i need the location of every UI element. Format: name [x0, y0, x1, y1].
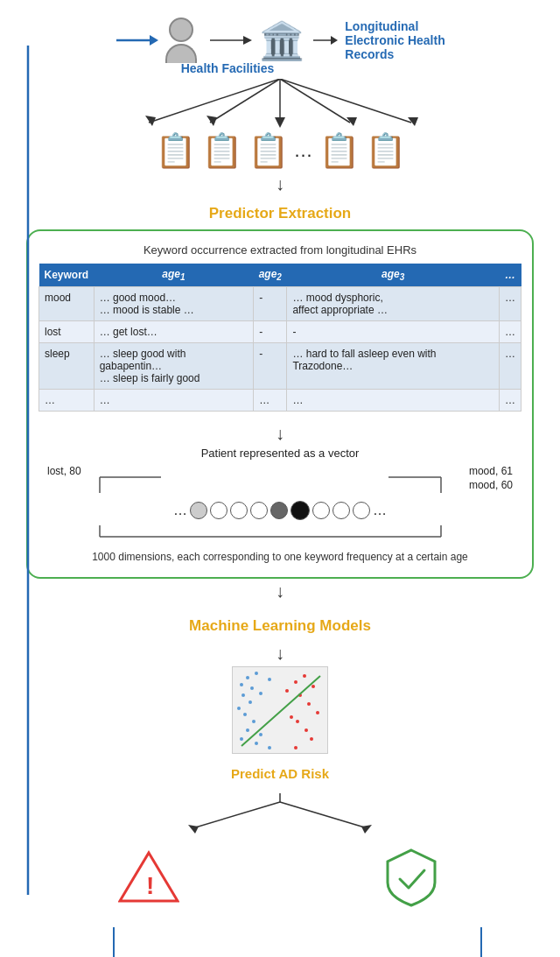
svg-marker-27	[188, 825, 199, 834]
ehr-arrow	[312, 23, 338, 58]
cell-kw-etc: …	[39, 390, 94, 412]
clipboard-2: 📋	[201, 131, 242, 170]
predictor-title: Predictor Extraction	[18, 205, 542, 222]
circle-3	[230, 502, 248, 519]
cell-mood-age3: … mood dysphoric,affect appropriate …	[287, 287, 500, 321]
table-row: … … … … …	[39, 390, 522, 412]
bottom-icons: !	[18, 846, 542, 910]
svg-marker-4	[243, 36, 252, 45]
svg-marker-29	[361, 825, 372, 834]
cell-kw-mood: mood	[39, 287, 94, 321]
table-row: sleep … sleep good with gabapentin…… sle…	[39, 343, 522, 390]
bracket-svg	[47, 468, 513, 495]
th-dots: …	[499, 264, 521, 287]
decision-boundary	[233, 667, 328, 754]
main-diagram: 🏛️ Longitudinal Electronic Health Record…	[0, 0, 560, 957]
longitudinal-label: Longitudinal	[345, 19, 444, 33]
circle-7	[312, 502, 330, 519]
green-box: Keyword occurrence extracted from longit…	[26, 229, 534, 579]
health-facilities-label: Health Facilities	[0, 61, 542, 75]
circle-4	[250, 502, 268, 519]
dots-between: …	[294, 139, 313, 162]
warning-triangle: !	[118, 848, 179, 905]
header-row: 🏛️ Longitudinal Electronic Health Record…	[18, 18, 542, 63]
clipboard-row: 📋 📋 📋 … 📋 📋	[18, 131, 542, 170]
table-row: lost … get lost… - - …	[39, 321, 522, 343]
cell-etc-age3: …	[287, 390, 500, 412]
svg-text:!: !	[146, 872, 154, 899]
scatter-container	[18, 666, 542, 754]
ml-title: Machine Learning Models	[18, 617, 542, 635]
cell-lost-age3: -	[287, 321, 500, 343]
bottom-bracket-svg	[47, 524, 513, 541]
person-arrow	[115, 23, 158, 58]
cell-etc-age2: …	[254, 390, 287, 412]
fan-arrows-svg	[61, 79, 499, 131]
circle-5	[270, 502, 288, 519]
scatter-plot	[232, 666, 328, 754]
cell-mood-age2: -	[254, 287, 287, 321]
arrow-to-scatter: ↓	[18, 644, 542, 664]
dimension-text: 1000 dimensions, each corresponding to o…	[38, 551, 522, 563]
th-age2: age2	[254, 264, 287, 287]
cell-mood-age1: … good mood…… mood is stable …	[94, 287, 253, 321]
circle-6	[290, 501, 310, 520]
svg-line-28	[280, 802, 368, 828]
svg-marker-2	[150, 35, 158, 46]
cell-lost-age1: … get lost…	[94, 321, 253, 343]
shield-check	[381, 846, 442, 907]
left-vertical-line	[26, 46, 30, 895]
cell-lost-age2: -	[254, 321, 287, 343]
svg-line-11	[210, 79, 280, 123]
svg-line-15	[280, 79, 411, 123]
predict-fan-arrows	[105, 793, 455, 837]
annotation-mood2: mood, 60	[469, 479, 513, 491]
circle-9	[353, 502, 370, 519]
dots-left: …	[173, 503, 187, 518]
table-row: mood … good mood…… mood is stable … - … …	[39, 287, 522, 321]
circle-2	[210, 502, 228, 519]
th-age3: age3	[287, 264, 500, 287]
dots-right: …	[373, 503, 387, 518]
shield-icon-container	[381, 846, 442, 910]
annotation-lost: lost, 80	[47, 465, 81, 477]
cell-sleep-dots: …	[499, 343, 521, 390]
svg-line-26	[192, 802, 280, 828]
svg-line-13	[280, 79, 350, 123]
th-age1: age1	[94, 264, 253, 287]
cell-lost-dots: …	[499, 321, 521, 343]
svg-marker-10	[145, 116, 156, 126]
arrow-to-ml: ↓	[18, 581, 542, 602]
svg-marker-8	[275, 117, 285, 128]
keyword-table: Keyword age1 age2 age3 … mood … good moo…	[38, 264, 522, 412]
bottom-lines	[18, 927, 542, 957]
arrow-to-predictor: ↓	[18, 174, 542, 194]
cell-sleep-age3: … hard to fall asleep even with Trazodon…	[287, 343, 500, 390]
vector-label: Patient represented as a vector	[38, 447, 522, 460]
records-label: Records	[345, 47, 444, 61]
circle-1	[190, 502, 207, 519]
th-keyword: Keyword	[39, 264, 94, 287]
cell-etc-age1: …	[94, 390, 253, 412]
keyword-subtitle: Keyword occurrence extracted from longit…	[38, 243, 522, 257]
hospital-arrow	[208, 23, 252, 58]
svg-marker-6	[331, 36, 338, 45]
header-labels: Longitudinal Electronic Health Records	[345, 19, 444, 61]
cell-mood-dots: …	[499, 287, 521, 321]
arrow-to-vector: ↓	[38, 424, 522, 444]
cell-sleep-age1: … sleep good with gabapentin…… sleep is …	[94, 343, 253, 390]
person-body	[165, 44, 197, 63]
circles-row: … …	[47, 501, 513, 520]
svg-line-24	[242, 676, 320, 746]
person-icon	[165, 18, 197, 63]
clipboard-5: 📋	[365, 131, 406, 170]
electronic-health-label: Electronic Health	[345, 33, 444, 47]
cell-kw-lost: lost	[39, 321, 94, 343]
clipboard-4: 📋	[318, 131, 360, 170]
clipboard-3: 📋	[248, 131, 289, 170]
cell-etc-dots: …	[499, 390, 521, 412]
circle-8	[332, 502, 350, 519]
svg-marker-12	[206, 116, 217, 126]
cell-sleep-age2: -	[254, 343, 287, 390]
person-head	[169, 18, 193, 42]
